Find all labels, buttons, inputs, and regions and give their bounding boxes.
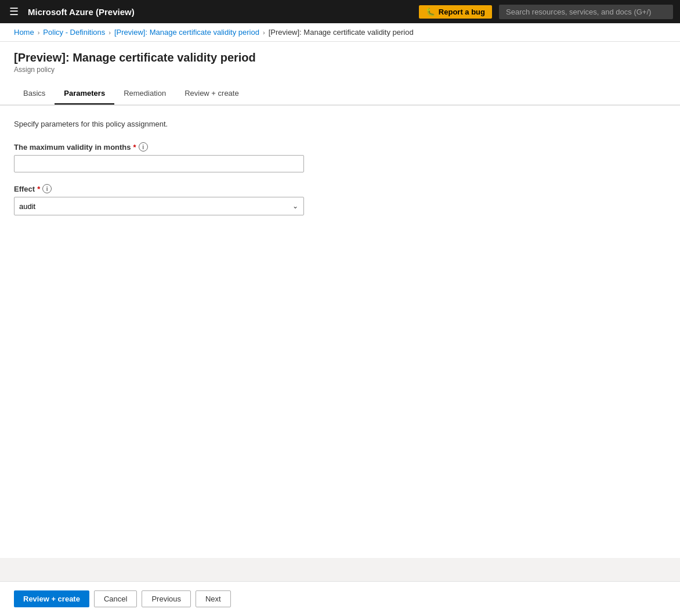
tab-basics[interactable]: Basics <box>14 83 55 105</box>
main-content: Specify parameters for this policy assig… <box>0 105 680 558</box>
effect-select[interactable]: audit deny disabled <box>14 197 304 215</box>
breadcrumb-current: [Preview]: Manage certificate validity p… <box>269 28 414 37</box>
tab-remediation[interactable]: Remediation <box>114 83 175 105</box>
effect-info-icon[interactable]: i <box>42 184 52 193</box>
top-navbar: ☰ Microsoft Azure (Preview) 🐛 Report a b… <box>0 0 680 23</box>
breadcrumb-sep-3: › <box>263 29 265 36</box>
required-star-1: * <box>133 143 136 152</box>
effect-group: Effect * i audit deny disabled ⌄ <box>14 184 666 215</box>
tab-review-create[interactable]: Review + create <box>175 83 248 105</box>
breadcrumb-manage-preview[interactable]: [Preview]: Manage certificate validity p… <box>114 28 259 37</box>
tab-bar: Basics Parameters Remediation Review + c… <box>14 83 666 105</box>
effect-label: Effect * i <box>14 184 666 193</box>
report-bug-button[interactable]: 🐛 Report a bug <box>419 5 492 19</box>
breadcrumb-sep-2: › <box>108 29 111 36</box>
tab-parameters[interactable]: Parameters <box>55 83 114 105</box>
max-validity-label: The maximum validity in months * i <box>14 142 666 152</box>
breadcrumb-sep-1: › <box>38 29 40 36</box>
breadcrumb: Home › Policy - Definitions › [Preview]:… <box>0 23 680 42</box>
breadcrumb-home[interactable]: Home <box>14 28 34 37</box>
app-title: Microsoft Azure (Preview) <box>28 7 412 17</box>
effect-select-wrapper: audit deny disabled ⌄ <box>14 197 304 215</box>
max-validity-group: The maximum validity in months * i <box>14 142 666 172</box>
max-validity-input[interactable] <box>14 155 304 172</box>
breadcrumb-policy-definitions[interactable]: Policy - Definitions <box>43 28 105 37</box>
required-star-2: * <box>37 185 40 193</box>
bug-icon: 🐛 <box>426 8 435 16</box>
page-subtitle: Assign policy <box>14 66 666 74</box>
form-description: Specify parameters for this policy assig… <box>14 120 666 128</box>
menu-icon[interactable]: ☰ <box>7 3 21 20</box>
max-validity-info-icon[interactable]: i <box>139 142 148 152</box>
page-title: [Preview]: Manage certificate validity p… <box>14 51 666 64</box>
page-header: [Preview]: Manage certificate validity p… <box>0 42 680 105</box>
search-input[interactable] <box>499 5 673 19</box>
